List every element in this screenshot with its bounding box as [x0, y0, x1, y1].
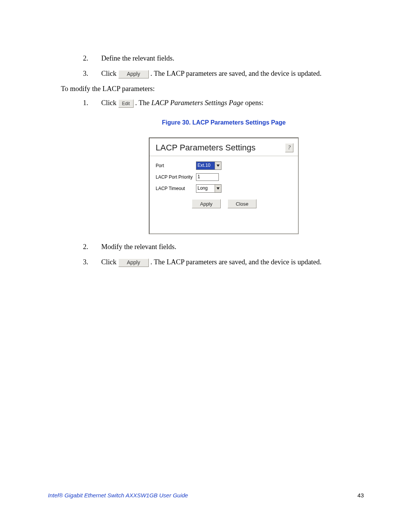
text-fragment: opens: [245, 99, 263, 107]
spacer [156, 215, 293, 232]
priority-input[interactable]: 1 [196, 173, 219, 181]
text-fragment: Click [101, 258, 118, 266]
dialog-header: LACP Parameters Settings ? [150, 138, 298, 156]
dialog-close-button[interactable]: Close [228, 199, 256, 208]
text-fragment: To modify the LACP parameters: [61, 84, 155, 94]
port-row: Port Ext.10 [156, 161, 293, 170]
list-number: 1. [79, 98, 101, 109]
text-fragment: . The LACP parameters are saved, and the… [150, 258, 322, 266]
dialog-title: LACP Parameters Settings [156, 143, 256, 153]
chevron-down-icon [215, 185, 221, 192]
step-text: Modify the relevant fields. [101, 242, 368, 252]
text-fragment: Click [101, 99, 118, 107]
list-number: 3. [79, 257, 101, 268]
text-fragment: . The LACP parameters are saved, and the… [150, 70, 322, 77]
list-number: 2. [79, 242, 101, 252]
modify-intro: To modify the LACP parameters: [61, 84, 368, 94]
timeout-select[interactable]: Long [196, 184, 221, 193]
page-footer: Intel® Gigabit Ethernet Switch AXXSW1GB … [48, 492, 364, 498]
apply-button[interactable]: Apply [118, 259, 149, 267]
footer-title: Intel® Gigabit Ethernet Switch AXXSW1GB … [48, 492, 188, 498]
step-text: Define the relevant fields. [101, 53, 368, 64]
step-text: Click Apply . The LACP parameters are sa… [101, 69, 368, 79]
timeout-value: Long [196, 185, 215, 192]
priority-row: LACP Port Priority 1 [156, 173, 293, 181]
text-fragment: Click [101, 70, 118, 77]
step-text: Click Apply . The LACP parameters are sa… [101, 257, 368, 268]
step-3-apply: 3. Click Apply . The LACP parameters are… [79, 69, 368, 79]
content-area: 2. Define the relevant fields. 3. Click … [79, 53, 368, 272]
chevron-down-icon [215, 162, 221, 169]
step-1-edit: 1. Click Edit . The LACP Parameters Sett… [79, 98, 368, 109]
port-select[interactable]: Ext.10 [196, 161, 221, 170]
priority-label: LACP Port Priority [156, 174, 196, 180]
step-2-modify: 2. Modify the relevant fields. [79, 242, 368, 252]
lacp-settings-dialog: LACP Parameters Settings ? Port Ext.10 L… [149, 137, 299, 234]
page-name-italic: LACP Parameters Settings Page [151, 99, 244, 107]
port-label: Port [156, 163, 196, 168]
help-icon[interactable]: ? [285, 143, 293, 152]
dialog-body: Port Ext.10 LACP Port Priority 1 LACP Ti… [150, 156, 298, 233]
timeout-label: LACP Timeout [156, 186, 196, 191]
list-number: 3. [79, 69, 101, 79]
step-text: Click Edit . The LACP Parameters Setting… [101, 98, 368, 109]
text-fragment: . The [135, 99, 151, 107]
step-2-define: 2. Define the relevant fields. [79, 53, 368, 64]
apply-button[interactable]: Apply [118, 70, 149, 78]
list-number: 2. [79, 53, 101, 64]
page: 2. Define the relevant fields. 3. Click … [0, 0, 411, 532]
edit-button[interactable]: Edit [118, 99, 134, 108]
dialog-apply-button[interactable]: Apply [192, 199, 221, 208]
figure-caption: Figure 30. LACP Parameters Settings Page [79, 119, 368, 126]
port-value: Ext.10 [196, 162, 215, 169]
timeout-row: LACP Timeout Long [156, 184, 293, 193]
dialog-button-row: Apply Close [156, 196, 293, 215]
step-3-apply-bottom: 3. Click Apply . The LACP parameters are… [79, 257, 368, 268]
page-number: 43 [357, 492, 364, 498]
